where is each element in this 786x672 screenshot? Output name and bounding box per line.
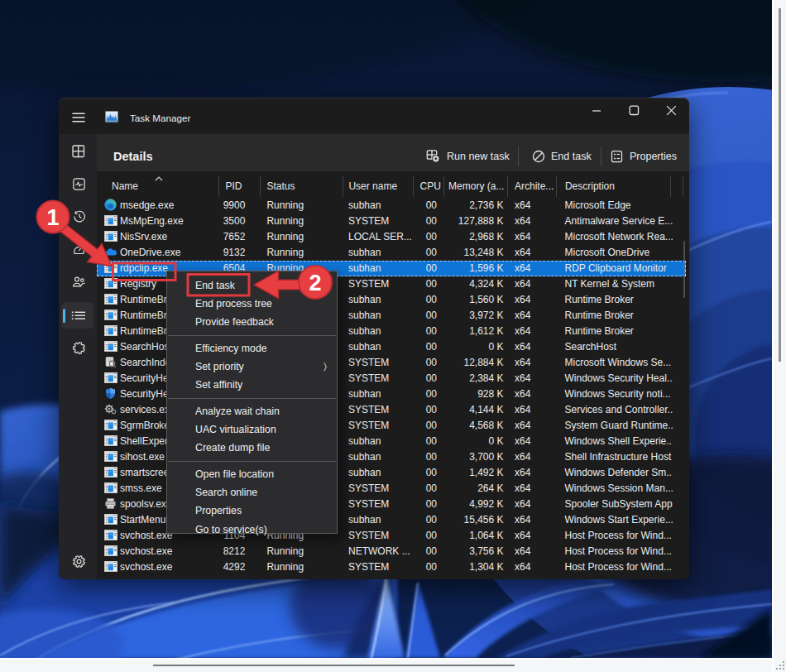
svg-text:1: 1	[46, 205, 59, 230]
svg-text:2: 2	[309, 271, 321, 295]
